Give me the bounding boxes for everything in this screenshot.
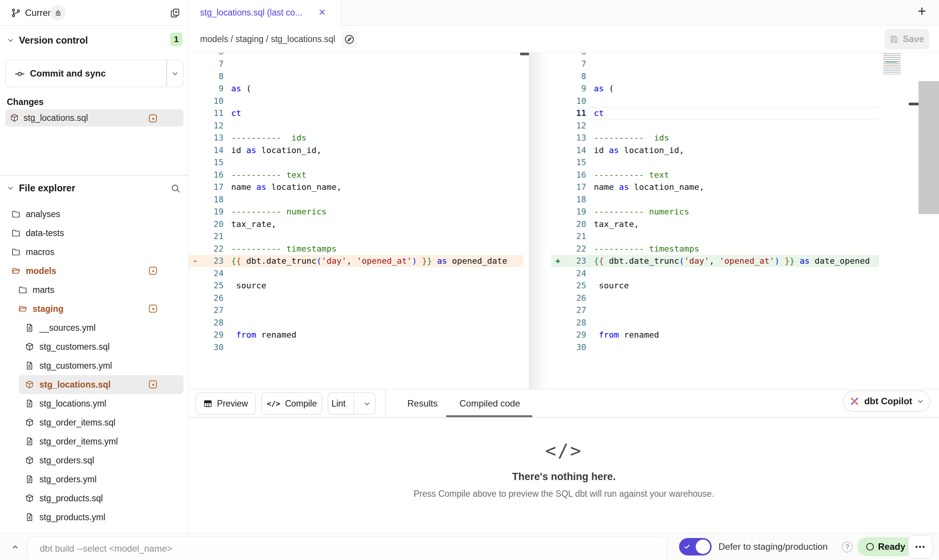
code-line-10[interactable]: 10 (551, 95, 879, 107)
file-tree-item-stg-customers-sql[interactable]: stg_customers.sql (19, 337, 183, 356)
diff-editor-original-pane[interactable]: 6789as (1011ct1213---------- ids14id as … (189, 53, 523, 389)
lineage-compass-icon[interactable] (341, 31, 358, 48)
code-line-13[interactable]: 13---------- ids (189, 132, 523, 144)
version-control-title[interactable]: Version control (19, 35, 88, 46)
commit-options-chevron-icon[interactable] (171, 70, 179, 77)
file-explorer-title[interactable]: File explorer (19, 183, 75, 194)
file-tree-item-stg-order-items-yml[interactable]: stg_order_items.yml (19, 432, 183, 451)
code-line-12[interactable]: 12 (551, 119, 879, 132)
code-line-17[interactable]: 17name as location_name, (551, 181, 879, 194)
code-line-11[interactable]: 11ct (189, 107, 523, 120)
tab-compiled-code[interactable]: Compiled code (453, 393, 527, 415)
editor-vertical-scrollbar[interactable] (919, 81, 939, 214)
tab-results[interactable]: Results (402, 393, 443, 415)
file-tree-item-stg-orders-sql[interactable]: stg_orders.sql (19, 451, 183, 470)
editor-scrollbar-thumb[interactable] (520, 53, 529, 55)
minimap[interactable] (883, 53, 908, 75)
code-line-25[interactable]: 25 source (189, 280, 523, 292)
code-line-23[interactable]: -23{{ dbt.date_trunc('day', 'opened_at')… (189, 255, 523, 267)
new-tab-button[interactable]: + (918, 3, 926, 19)
code-line-29[interactable]: 29 from renamed (551, 329, 879, 341)
code-line-26[interactable]: 26 (189, 292, 523, 304)
code-line-28[interactable]: 28 (551, 316, 879, 329)
file-tree-item-stg-orders-yml[interactable]: stg_orders.yml (19, 470, 183, 489)
code-line-16[interactable]: 16---------- text (551, 169, 879, 181)
preview-button[interactable]: Preview (195, 393, 256, 415)
code-line-20[interactable]: 20tax_rate, (551, 218, 879, 230)
compile-button[interactable]: </> Compile (261, 393, 322, 415)
file-tree-item-stg-products-sql[interactable]: stg_products.sql (19, 489, 183, 508)
code-line-13[interactable]: 13---------- ids (551, 132, 879, 144)
command-input[interactable] (27, 537, 667, 560)
file-tree-item-stg-locations-yml[interactable]: stg_locations.yml (19, 394, 183, 413)
code-line-7[interactable]: 7 (551, 58, 879, 70)
breadcrumb[interactable]: models / staging / stg_locations.sql (200, 26, 335, 52)
duplicate-icon[interactable] (170, 8, 180, 18)
code-line-9[interactable]: 9as ( (189, 83, 523, 95)
code-line-16[interactable]: 16---------- text (189, 169, 523, 181)
file-explorer-collapse-icon[interactable] (7, 184, 14, 192)
dbt-copilot-button[interactable]: dbt Copilot (843, 391, 930, 412)
code-line-26[interactable]: 26 (551, 292, 879, 304)
code-line-10[interactable]: 10 (189, 95, 523, 107)
code-line-27[interactable]: 27 (189, 304, 523, 317)
tab-title[interactable]: stg_locations.sql (last co... (200, 0, 302, 25)
file-tree-item-stg-products-yml[interactable]: stg_products.yml (19, 508, 183, 527)
code-line-27[interactable]: 27 (551, 304, 879, 317)
changes-item[interactable]: stg_locations.sql (5, 109, 183, 127)
code-line-22[interactable]: 22---------- timestamps (551, 242, 879, 255)
file-tree-item-macros[interactable]: macros (5, 242, 183, 261)
code-line-22[interactable]: 22---------- timestamps (189, 242, 523, 255)
tab-stg-locations[interactable]: stg_locations.sql (last co... ✕ (189, 0, 341, 27)
file-tree-item-models[interactable]: models (5, 261, 183, 280)
file-tree-item-stg-customers-yml[interactable]: stg_customers.yml (19, 356, 183, 375)
chevron-up-icon[interactable] (11, 543, 20, 552)
code-line-21[interactable]: 21 (189, 230, 523, 243)
lint-button[interactable]: Lint (328, 393, 376, 415)
code-line-15[interactable]: 15 (189, 156, 523, 169)
code-line-11[interactable]: 11ct (551, 107, 879, 120)
code-line-24[interactable]: 24 (189, 267, 523, 280)
code-line-24[interactable]: 24 (551, 267, 879, 280)
version-control-collapse-icon[interactable] (7, 36, 14, 44)
code-line-18[interactable]: 18 (189, 193, 523, 206)
file-tree-item-stg-locations-sql[interactable]: stg_locations.sql (19, 375, 183, 394)
code-line-29[interactable]: 29 from renamed (189, 329, 523, 341)
code-line-9[interactable]: 9as ( (551, 83, 879, 95)
save-button[interactable]: Save (884, 29, 929, 49)
code-line-21[interactable]: 21 (551, 230, 879, 243)
code-line-14[interactable]: 14id as location_id, (551, 144, 879, 156)
code-line-23[interactable]: +23{{ dbt.date_trunc('day', 'opened_at')… (551, 255, 879, 267)
code-line-28[interactable]: 28 (189, 316, 523, 329)
file-tree-item-staging[interactable]: staging (12, 299, 183, 318)
code-line-20[interactable]: 20tax_rate, (189, 218, 523, 230)
defer-toggle[interactable] (679, 538, 712, 555)
code-line-7[interactable]: 7 (189, 58, 523, 70)
code-line-8[interactable]: 8 (551, 70, 879, 83)
file-tree-item-stg-order-items-sql[interactable]: stg_order_items.sql (19, 413, 183, 432)
code-line-8[interactable]: 8 (189, 70, 523, 83)
help-icon[interactable]: ? (842, 542, 853, 552)
status-badge[interactable]: Ready (857, 537, 914, 556)
code-line-17[interactable]: 17name as location_name, (189, 181, 523, 194)
close-icon[interactable]: ✕ (318, 0, 326, 25)
code-line-19[interactable]: 19---------- numerics (551, 206, 879, 218)
commit-and-sync-button[interactable]: Commit and sync (5, 60, 183, 87)
code-line-6[interactable]: 6 (189, 53, 523, 58)
code-line-30[interactable]: 30 (551, 341, 879, 354)
more-options-button[interactable]: ••• (908, 535, 933, 558)
code-line-14[interactable]: 14id as location_id, (189, 144, 523, 156)
code-line-18[interactable]: 18 (551, 193, 879, 206)
diff-editor-modified-pane[interactable]: 6789as (1011ct1213---------- ids14id as … (551, 53, 879, 389)
search-icon[interactable] (171, 183, 181, 194)
file-tree-item-analyses[interactable]: analyses (5, 205, 183, 224)
file-tree-item-data-tests[interactable]: data-tests (5, 224, 183, 242)
file-tree-item--sources-yml[interactable]: __sources.yml (19, 318, 183, 337)
code-line-12[interactable]: 12 (189, 119, 523, 132)
lint-options-chevron-icon[interactable] (358, 400, 375, 407)
code-line-30[interactable]: 30 (189, 341, 523, 354)
code-line-6[interactable]: 6 (551, 53, 879, 58)
file-tree-item-marts[interactable]: marts (12, 280, 183, 299)
code-line-15[interactable]: 15 (551, 156, 879, 169)
code-line-25[interactable]: 25 source (551, 280, 879, 292)
